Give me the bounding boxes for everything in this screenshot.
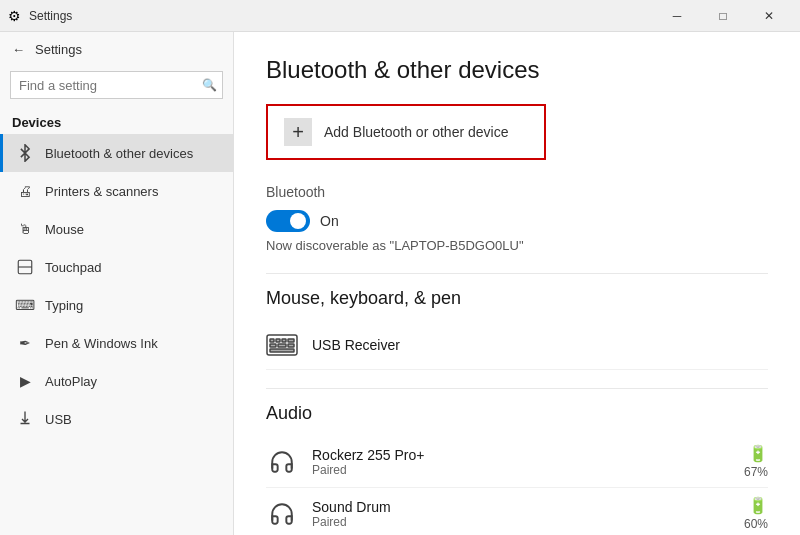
app-body: ← Settings 🔍 Devices Bluetooth & other d… <box>0 32 800 535</box>
device-usb-receiver-name: USB Receiver <box>312 337 768 353</box>
device-sounddrum-battery: 🔋 60% <box>744 496 768 531</box>
back-label: Settings <box>35 42 82 57</box>
category-audio: Audio Rockerz 255 Pro+ Paired 🔋 67% <box>266 403 768 535</box>
svg-rect-3 <box>270 339 274 342</box>
headphone-rockerz-icon <box>266 446 298 478</box>
add-device-button[interactable]: + Add Bluetooth or other device <box>266 104 546 160</box>
printer-icon: 🖨 <box>15 181 35 201</box>
svg-rect-9 <box>288 344 294 347</box>
category-mouse-keyboard: Mouse, keyboard, & pen <box>266 288 768 370</box>
device-sounddrum: Sound Drum Paired 🔋 60% <box>266 488 768 535</box>
usb-icon <box>15 409 35 429</box>
sidebar-item-autoplay-label: AutoPlay <box>45 374 97 389</box>
search-input[interactable] <box>10 71 223 99</box>
title-bar-title: Settings <box>29 9 72 23</box>
sidebar-item-mouse-label: Mouse <box>45 222 84 237</box>
svg-rect-10 <box>270 349 294 352</box>
sidebar-section-label: Devices <box>0 109 233 134</box>
sidebar-item-autoplay[interactable]: ▶ AutoPlay <box>0 362 233 400</box>
main-content: Bluetooth & other devices + Add Bluetoot… <box>234 32 800 535</box>
category-audio-title: Audio <box>266 403 768 424</box>
sidebar-item-mouse[interactable]: 🖱 Mouse <box>0 210 233 248</box>
bluetooth-toggle-label: On <box>320 213 339 229</box>
back-button[interactable]: ← Settings <box>0 32 233 67</box>
svg-rect-8 <box>278 344 286 347</box>
sidebar-item-usb[interactable]: USB <box>0 400 233 438</box>
pen-icon: ✒ <box>15 333 35 353</box>
add-device-plus-icon: + <box>284 118 312 146</box>
page-title: Bluetooth & other devices <box>266 56 768 84</box>
battery-sounddrum-pct: 60% <box>744 517 768 531</box>
maximize-button[interactable]: □ <box>700 0 746 32</box>
bluetooth-toggle-row: On <box>266 210 768 232</box>
sidebar-item-touchpad[interactable]: Touchpad <box>0 248 233 286</box>
toggle-track <box>266 210 310 232</box>
bluetooth-icon <box>15 143 35 163</box>
minimize-button[interactable]: ─ <box>654 0 700 32</box>
device-rockerz-info: Rockerz 255 Pro+ Paired <box>312 447 730 477</box>
toggle-thumb <box>290 213 306 229</box>
touchpad-icon <box>15 257 35 277</box>
keyboard-icon: ⌨ <box>15 295 35 315</box>
sidebar: ← Settings 🔍 Devices Bluetooth & other d… <box>0 32 234 535</box>
device-usb-receiver: USB Receiver <box>266 321 768 370</box>
settings-icon: ⚙ <box>8 8 21 24</box>
device-usb-receiver-info: USB Receiver <box>312 337 768 353</box>
headphone-sounddrum-icon <box>266 498 298 530</box>
sidebar-item-typing-label: Typing <box>45 298 83 313</box>
device-rockerz: Rockerz 255 Pro+ Paired 🔋 67% <box>266 436 768 488</box>
category-mouse-keyboard-title: Mouse, keyboard, & pen <box>266 288 768 309</box>
device-sounddrum-status: Paired <box>312 515 730 529</box>
svg-rect-5 <box>282 339 286 342</box>
device-rockerz-name: Rockerz 255 Pro+ <box>312 447 730 463</box>
device-rockerz-status: Paired <box>312 463 730 477</box>
mouse-icon: 🖱 <box>15 219 35 239</box>
device-sounddrum-info: Sound Drum Paired <box>312 499 730 529</box>
sidebar-item-printers-label: Printers & scanners <box>45 184 158 199</box>
divider-2 <box>266 388 768 389</box>
battery-rockerz-icon: 🔋 <box>748 444 768 463</box>
sidebar-item-typing[interactable]: ⌨ Typing <box>0 286 233 324</box>
svg-rect-4 <box>276 339 280 342</box>
keyboard-device-icon <box>266 329 298 361</box>
divider-1 <box>266 273 768 274</box>
add-device-label: Add Bluetooth or other device <box>324 124 508 140</box>
title-bar: ⚙ Settings ─ □ ✕ <box>0 0 800 32</box>
sidebar-item-pen[interactable]: ✒ Pen & Windows Ink <box>0 324 233 362</box>
close-button[interactable]: ✕ <box>746 0 792 32</box>
svg-rect-6 <box>288 339 294 342</box>
back-icon: ← <box>12 42 25 57</box>
bluetooth-toggle[interactable] <box>266 210 310 232</box>
sidebar-item-bluetooth[interactable]: Bluetooth & other devices <box>0 134 233 172</box>
battery-sounddrum-icon: 🔋 <box>748 496 768 515</box>
autoplay-icon: ▶ <box>15 371 35 391</box>
sidebar-item-printers[interactable]: 🖨 Printers & scanners <box>0 172 233 210</box>
device-rockerz-battery: 🔋 67% <box>744 444 768 479</box>
device-sounddrum-name: Sound Drum <box>312 499 730 515</box>
search-area: 🔍 <box>10 71 223 99</box>
svg-rect-7 <box>270 344 276 347</box>
battery-rockerz-pct: 67% <box>744 465 768 479</box>
bluetooth-section-title: Bluetooth <box>266 184 768 200</box>
sidebar-item-usb-label: USB <box>45 412 72 427</box>
sidebar-item-pen-label: Pen & Windows Ink <box>45 336 158 351</box>
sidebar-item-bluetooth-label: Bluetooth & other devices <box>45 146 193 161</box>
title-bar-controls: ─ □ ✕ <box>654 0 792 32</box>
title-bar-left: ⚙ Settings <box>8 8 72 24</box>
discoverable-text: Now discoverable as "LAPTOP-B5DGO0LU" <box>266 238 768 253</box>
sidebar-item-touchpad-label: Touchpad <box>45 260 101 275</box>
search-icon: 🔍 <box>202 78 217 92</box>
